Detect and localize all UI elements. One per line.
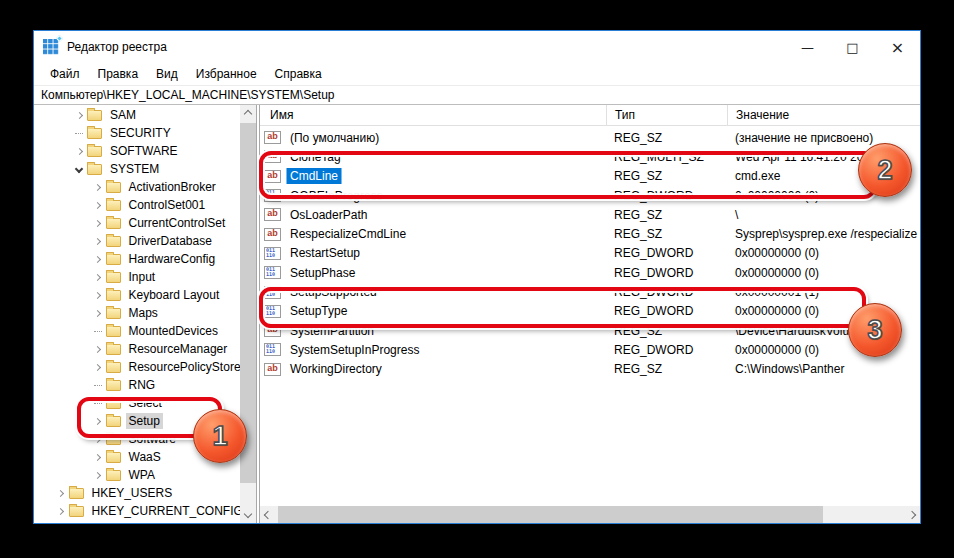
folder-icon	[87, 164, 102, 175]
value-row[interactable]: SystemPartition REG_SZ \Device\HarddiskV…	[260, 321, 920, 340]
column-header-name[interactable]: Имя	[260, 105, 606, 125]
expander-icon[interactable]	[92, 257, 104, 262]
tree-item[interactable]: WPA	[34, 466, 256, 484]
value-row[interactable]: RestartSetup REG_DWORD 0x00000000 (0)	[260, 244, 920, 263]
tree-item-label: CurrentControlSet	[126, 215, 229, 231]
expander-icon[interactable]	[92, 473, 104, 478]
tree-item-label: WaaS	[126, 449, 164, 465]
value-row[interactable]: RespecializeCmdLine REG_SZ Sysprep\syspr…	[260, 224, 920, 243]
value-type-icon	[264, 266, 281, 279]
value-row[interactable]: SetupPhase REG_DWORD 0x00000000 (0)	[260, 263, 920, 282]
folder-icon	[106, 272, 121, 283]
tree-item[interactable]: HKEY_USERS	[34, 484, 256, 502]
regedit-app-icon	[43, 39, 59, 55]
column-header-type[interactable]: Тип	[606, 105, 727, 125]
tree-item[interactable]: CurrentControlSet	[34, 214, 256, 232]
tree-item[interactable]: HKEY_CURRENT_CONFIG	[34, 502, 256, 520]
expander-icon[interactable]	[92, 239, 104, 244]
expander-icon[interactable]	[92, 185, 104, 190]
scrollbar-thumb[interactable]	[278, 506, 823, 523]
expander-icon[interactable]	[92, 403, 104, 404]
menu-item[interactable]: Правка	[89, 63, 148, 85]
maximize-button[interactable]: □	[830, 31, 875, 63]
expander-icon[interactable]	[73, 113, 85, 118]
expander-icon[interactable]	[55, 491, 67, 496]
step-badge-3: 3	[848, 303, 902, 357]
folder-icon	[106, 434, 121, 445]
expander-icon[interactable]	[92, 347, 104, 352]
value-row[interactable]: SetupSupported REG_DWORD 0x00000001 (1)	[260, 282, 920, 301]
scroll-right-icon[interactable]	[908, 511, 916, 519]
tree-item[interactable]: MountedDevices	[34, 322, 256, 340]
menu-item[interactable]: Избранное	[187, 63, 266, 85]
expander-icon[interactable]	[73, 149, 85, 154]
folder-icon	[106, 380, 121, 391]
value-row[interactable]: OsLoaderPath REG_SZ \	[260, 205, 920, 224]
value-type-icon	[264, 228, 281, 241]
scroll-down-icon[interactable]	[244, 510, 252, 518]
tree-item[interactable]: ResourceManager	[34, 340, 256, 358]
value-type: REG_SZ	[606, 169, 727, 183]
expander-icon[interactable]	[92, 455, 104, 460]
tree-item-label: HKEY_USERS	[89, 485, 176, 501]
expander-icon[interactable]	[92, 437, 104, 442]
expander-icon[interactable]	[73, 133, 85, 134]
value-type-icon	[264, 131, 281, 144]
value-name: SystemPartition	[287, 323, 377, 339]
scroll-up-icon[interactable]	[244, 110, 252, 118]
tree-item[interactable]: Keyboard Layout	[34, 286, 256, 304]
expander-icon[interactable]	[92, 331, 104, 332]
horizontal-scrollbar[interactable]	[260, 506, 920, 523]
value-name: WorkingDirectory	[287, 361, 385, 377]
tree-item-label: ActivationBroker	[126, 179, 219, 195]
scroll-left-icon[interactable]	[264, 511, 272, 519]
minimize-button[interactable]: —	[785, 31, 830, 63]
value-data: C:\Windows\Panther	[727, 362, 920, 376]
tree-item[interactable]: RNG	[34, 376, 256, 394]
expander-icon[interactable]	[92, 385, 104, 386]
folder-icon	[87, 110, 102, 121]
expander-icon[interactable]	[92, 275, 104, 280]
menu-item[interactable]: Файл	[41, 63, 89, 85]
expander-icon[interactable]	[92, 203, 104, 208]
folder-icon	[106, 326, 121, 337]
tree-item[interactable]: Maps	[34, 304, 256, 322]
tree-item[interactable]: SOFTWARE	[34, 142, 256, 160]
tree-item[interactable]: Input	[34, 268, 256, 286]
value-row[interactable]: CloneTag REG_MULTI_SZ Wed Apr 11 16:41:2…	[260, 147, 920, 166]
expander-icon[interactable]	[92, 311, 104, 316]
value-row[interactable]: WorkingDirectory REG_SZ C:\Windows\Panth…	[260, 360, 920, 379]
tree-item[interactable]: ControlSet001	[34, 196, 256, 214]
expander-icon[interactable]	[92, 365, 104, 370]
value-row[interactable]: CmdLine REG_SZ cmd.exe	[260, 167, 920, 186]
expander-icon[interactable]	[73, 166, 85, 172]
tree-item[interactable]: ResourcePolicyStore	[34, 358, 256, 376]
menu-item[interactable]: Справка	[266, 63, 331, 85]
tree-item[interactable]: SAM	[34, 106, 256, 124]
value-type: REG_DWORD	[606, 246, 727, 260]
folder-icon	[69, 506, 84, 517]
tree-vertical-scrollbar[interactable]	[240, 105, 256, 523]
expander-icon[interactable]	[92, 293, 104, 298]
value-row[interactable]: SystemSetupInProgress REG_DWORD 0x000000…	[260, 340, 920, 359]
value-row[interactable]: (По умолчанию) REG_SZ (значение не присв…	[260, 128, 920, 147]
expander-icon[interactable]	[92, 221, 104, 226]
value-name: SetupType	[287, 303, 350, 319]
column-header-value[interactable]: Значение	[727, 105, 920, 125]
value-row[interactable]: OOBEInProgress REG_DWORD 0x00000000 (0)	[260, 186, 920, 205]
menu-item[interactable]: Вид	[147, 63, 187, 85]
expander-icon[interactable]	[55, 509, 67, 514]
folder-icon	[106, 182, 121, 193]
folder-icon	[106, 290, 121, 301]
value-row[interactable]: SetupType REG_DWORD 0x00000000 (0)	[260, 302, 920, 321]
tree-item-label: HKEY_CURRENT_CONFIG	[89, 503, 246, 519]
expander-icon[interactable]	[92, 419, 104, 424]
tree-item[interactable]: SECURITY	[34, 124, 256, 142]
tree-item[interactable]: HardwareConfig	[34, 250, 256, 268]
tree-item[interactable]: ActivationBroker	[34, 178, 256, 196]
close-button[interactable]: ×	[875, 31, 920, 63]
tree-item[interactable]: SYSTEM	[34, 160, 256, 178]
tree-item-label: ResourcePolicyStore	[126, 359, 244, 375]
address-bar[interactable]: Компьютер\HKEY_LOCAL_MACHINE\SYSTEM\Setu…	[34, 85, 920, 105]
tree-item[interactable]: DriverDatabase	[34, 232, 256, 250]
